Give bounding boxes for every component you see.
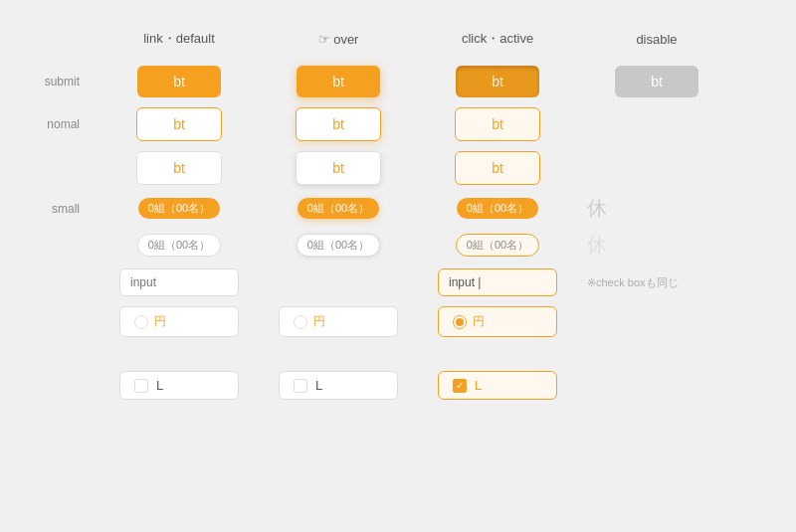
badge-ghost-button-active[interactable]: 0組（00名） xyxy=(456,234,539,257)
small-row: small 0組（00名） 0組（00名） 0組（00名） 休 xyxy=(20,195,776,222)
col-header-active: click・active xyxy=(418,30,577,48)
radio-active-col: 円 xyxy=(418,306,577,337)
radio-over[interactable]: 円 xyxy=(279,306,398,337)
col-header-disable: disable xyxy=(577,32,736,47)
disable-icon-1: 休 xyxy=(587,195,607,222)
outline-default-col: bt xyxy=(100,151,259,185)
submit-button-active[interactable]: bt xyxy=(456,66,539,97)
small-label: small xyxy=(20,202,100,216)
checkbox-box-over xyxy=(294,379,307,393)
normal-button-active[interactable]: bt xyxy=(455,107,540,141)
header-label-over: ☞ over xyxy=(318,32,359,47)
checkbox-default-col: L xyxy=(100,371,259,400)
submit-button-default[interactable]: bt xyxy=(137,66,221,97)
badge-ghost-button-over[interactable]: 0組（00名） xyxy=(297,234,380,257)
radio-circle-active xyxy=(453,315,467,329)
small-ghost-row: 0組（00名） 0組（00名） 0組（00名） 休 xyxy=(20,232,776,259)
badge-button-over[interactable]: 0組（00名） xyxy=(298,198,379,219)
submit-active-col: bt xyxy=(418,66,577,97)
checkbox-row: L L ✓ L xyxy=(20,371,776,400)
input-active-col xyxy=(418,268,577,296)
radio-circle-over xyxy=(294,315,307,329)
submit-disable-col: bt xyxy=(577,66,736,97)
normal-row: nomal bt bt bt xyxy=(20,107,776,141)
submit-label: submit xyxy=(20,75,100,89)
radio-default-col: 円 xyxy=(100,306,259,337)
radio-label-default: 円 xyxy=(154,313,166,330)
col-header-over: ☞ over xyxy=(259,32,418,47)
submit-button-disable: bt xyxy=(615,66,698,97)
submit-default-col: bt xyxy=(100,66,259,97)
disable-icon-2: 休 xyxy=(587,232,607,259)
outline-button-over[interactable]: bt xyxy=(296,151,381,185)
normal-button-over[interactable]: bt xyxy=(296,107,381,141)
input-default[interactable] xyxy=(119,268,239,296)
radio-dot xyxy=(456,318,464,326)
header-label-disable: disable xyxy=(636,32,677,47)
radio-active[interactable]: 円 xyxy=(438,306,557,337)
radio-label-over: 円 xyxy=(313,313,325,330)
input-row: ※check boxも同じ xyxy=(20,268,776,296)
badge-ghost-over-col: 0組（00名） xyxy=(259,234,418,257)
checkbox-default[interactable]: L xyxy=(119,371,239,400)
checkbox-over-col: L xyxy=(259,371,418,400)
input-active[interactable] xyxy=(438,268,557,296)
checkbox-active[interactable]: ✓ L xyxy=(438,371,557,400)
radio-default[interactable]: 円 xyxy=(119,306,239,337)
normal-active-col: bt xyxy=(418,107,577,141)
checkbox-box-default xyxy=(134,379,148,393)
radio-over-col: 円 xyxy=(259,306,418,337)
outline-active-col: bt xyxy=(418,151,577,185)
col-header-default: link・default xyxy=(100,30,259,48)
normal-label: nomal xyxy=(20,117,100,131)
checkbox-label-default: L xyxy=(156,378,163,393)
outline-over-col: bt xyxy=(259,151,418,185)
badge-active-col: 0組（00名） xyxy=(418,198,577,219)
badge-default-col: 0組（00名） xyxy=(100,198,259,219)
checkbox-box-active: ✓ xyxy=(453,379,467,393)
checkbox-label-over: L xyxy=(315,378,322,393)
checkbox-label-active: L xyxy=(475,378,482,393)
submit-over-col: bt xyxy=(259,66,418,97)
radio-circle-default xyxy=(134,315,148,329)
outline-row: bt bt bt xyxy=(20,151,776,185)
submit-button-over[interactable]: bt xyxy=(297,66,380,97)
input-default-col xyxy=(100,268,259,296)
outline-button-active[interactable]: bt xyxy=(455,151,540,185)
header-label-active: click・active xyxy=(462,30,533,48)
radio-label-active: 円 xyxy=(473,313,485,330)
normal-default-col: bt xyxy=(100,107,259,141)
badge-ghost-default-col: 0組（00名） xyxy=(100,234,259,257)
badge-button-active[interactable]: 0組（00名） xyxy=(457,198,538,219)
header-label-default: link・default xyxy=(143,30,215,48)
normal-button-default[interactable]: bt xyxy=(136,107,222,141)
badge-over-col: 0組（00名） xyxy=(259,198,418,219)
checkbox-note-col: ※check boxも同じ xyxy=(577,275,736,290)
badge-ghost-disable-col: 休 xyxy=(577,232,736,259)
radio-row: 円 円 円 xyxy=(20,306,776,337)
checkbox-note: ※check boxも同じ xyxy=(587,275,679,290)
checkbox-active-col: ✓ L xyxy=(418,371,577,400)
badge-ghost-button-default[interactable]: 0組（00名） xyxy=(137,234,221,257)
submit-row: submit bt bt bt bt xyxy=(20,66,776,97)
outline-button-default[interactable]: bt xyxy=(136,151,222,185)
normal-over-col: bt xyxy=(259,107,418,141)
badge-disable-col: 休 xyxy=(577,195,736,222)
checkbox-over[interactable]: L xyxy=(279,371,398,400)
badge-ghost-active-col: 0組（00名） xyxy=(418,234,577,257)
badge-button-default[interactable]: 0組（00名） xyxy=(138,198,220,219)
